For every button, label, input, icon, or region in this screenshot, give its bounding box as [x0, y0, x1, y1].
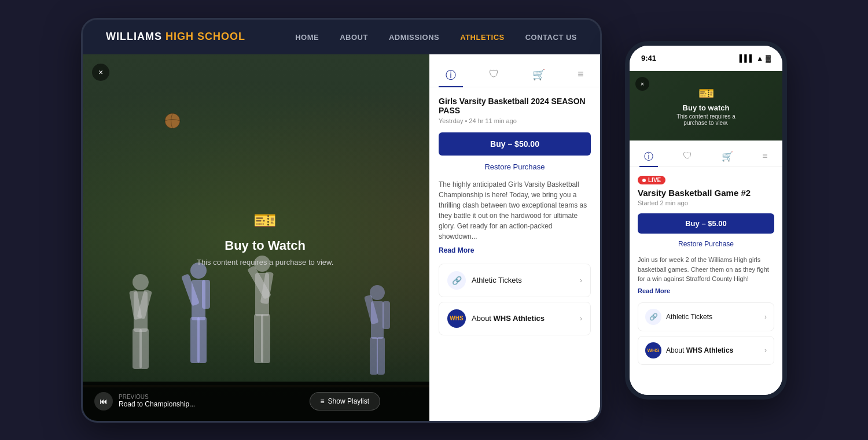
phone-hero: × 🎫 Buy to watch This content requires a…	[630, 71, 782, 140]
live-dot	[642, 179, 646, 182]
svg-rect-22	[370, 337, 378, 375]
panel-tabs: ⓘ 🛡 🛒 ≡	[429, 54, 600, 87]
svg-rect-5	[139, 328, 149, 369]
phone-link-left-2: WHS About WHS Athletics	[645, 342, 733, 358]
phone-close-button[interactable]: ×	[635, 77, 649, 91]
status-time: 9:41	[641, 54, 656, 62]
tab-cart[interactable]: 🛒	[525, 64, 552, 87]
logo: WILLIAMS HIGH SCHOOL	[106, 31, 245, 43]
event-description: The highly anticipated Girls Varsity Bas…	[439, 179, 591, 242]
basketball	[164, 112, 181, 132]
phone-link-left: 🔗 Athletic Tickets	[645, 309, 712, 325]
chevron-right-icon-2: ›	[580, 315, 582, 323]
phone-chevron-icon: ›	[764, 313, 767, 321]
phone-chain-icon: 🔗	[645, 309, 661, 325]
status-icons: ▌▌▌ ▲ ▓	[740, 54, 771, 62]
svg-point-24	[165, 113, 180, 128]
svg-rect-21	[382, 301, 390, 329]
logo-text-gold: HIGH SCHOOL	[165, 31, 245, 42]
whs-label: About WHS Athletics	[472, 314, 545, 323]
link-item-left: 🔗 Athletic Tickets	[447, 271, 522, 290]
phone-event-title: Varsity Basketball Game #2	[638, 188, 774, 198]
nav-admissions[interactable]: ADMISSIONS	[389, 33, 439, 42]
prev-title: Road to Championship...	[119, 400, 195, 408]
phone-panel-tabs: ⓘ 🛡 🛒 ≡	[630, 140, 782, 167]
tablet-device: WILLIAMS HIGH SCHOOL HOME ABOUT ADMISSIO…	[81, 18, 602, 423]
chevron-right-icon: ›	[580, 276, 582, 284]
phone-device: 9:41 ▌▌▌ ▲ ▓ × 🎫 Buy to watch This conte…	[625, 41, 787, 400]
athletic-tickets-link[interactable]: 🔗 Athletic Tickets ›	[439, 264, 591, 297]
phone-buy-button[interactable]: Buy – $5.00	[638, 213, 774, 234]
buy-to-watch-title: Buy to Watch	[197, 238, 333, 253]
player-silhouette-3	[239, 253, 285, 386]
playlist-icon: ≡	[321, 397, 325, 405]
buy-button[interactable]: Buy – $50.00	[439, 132, 591, 156]
nav-links: HOME ABOUT ADMISSIONS ATHLETICS CONTACT …	[295, 32, 577, 42]
ticket-icon: 🎫	[197, 209, 333, 231]
tab-list[interactable]: ≡	[571, 64, 591, 87]
navbar: WILLIAMS HIGH SCHOOL HOME ABOUT ADMISSIO…	[83, 20, 600, 54]
logo-text-white: WILLIAMS	[106, 31, 162, 42]
phone-panel: ⓘ 🛡 🛒 ≡ LIVE Varsity Basketball Game #2 …	[630, 140, 782, 395]
close-button[interactable]: ×	[92, 64, 109, 81]
prev-label: PREVIOUS	[119, 394, 195, 400]
read-more-link[interactable]: Read More	[439, 246, 591, 254]
whs-athletics-link[interactable]: WHS About WHS Athletics ›	[439, 302, 591, 335]
phone-ticket-icon: 🎫	[698, 86, 714, 100]
phone-tab-cart[interactable]: 🛒	[717, 147, 738, 167]
athletic-tickets-label: Athletic Tickets	[472, 276, 522, 284]
phone-tab-shield[interactable]: 🛡	[678, 147, 697, 167]
player-silhouette-2	[175, 259, 222, 386]
playlist-button[interactable]: ≡ Show Playlist	[310, 392, 380, 411]
svg-rect-9	[202, 280, 210, 309]
player-prev: ⏮ PREVIOUS Road to Championship...	[94, 392, 195, 411]
event-title: Girls Varsity Basketball 2024 SEASON PAS…	[439, 97, 591, 115]
phone-buy-overlay: 🎫 Buy to watch This content requires a p…	[668, 86, 744, 125]
phone-athletic-tickets-link[interactable]: 🔗 Athletic Tickets ›	[638, 302, 774, 331]
phone-status-bar: 9:41 ▌▌▌ ▲ ▓	[630, 46, 782, 71]
tab-shield[interactable]: 🛡	[482, 64, 506, 87]
buy-to-watch-overlay: 🎫 Buy to Watch This content requires a p…	[197, 209, 333, 266]
phone-inner: × 🎫 Buy to watch This content requires a…	[630, 71, 782, 395]
signal-icon: ▌▌▌	[740, 54, 755, 62]
svg-rect-17	[261, 314, 270, 363]
player-silhouette-4	[357, 282, 398, 386]
nav-about[interactable]: ABOUT	[340, 33, 368, 42]
phone-panel-body: LIVE Varsity Basketball Game #2 Started …	[630, 167, 782, 376]
whs-icon: WHS	[447, 309, 466, 328]
phone-read-more-link[interactable]: Read More	[638, 287, 774, 294]
phone-tab-list[interactable]: ≡	[757, 147, 772, 167]
live-badge: LIVE	[638, 176, 665, 184]
phone-chevron-icon-2: ›	[764, 346, 767, 354]
svg-point-0	[133, 274, 149, 290]
svg-rect-23	[377, 337, 385, 375]
phone-whs-link[interactable]: WHS About WHS Athletics ›	[638, 336, 774, 365]
info-panel: ⓘ 🛡 🛒 ≡ Girls Varsity Basketball 2024 SE…	[429, 54, 600, 421]
phone-restore-purchase-button[interactable]: Restore Purchase	[638, 240, 774, 248]
battery-icon: ▓	[766, 54, 771, 62]
restore-purchase-button[interactable]: Restore Purchase	[439, 162, 591, 171]
phone-buy-note: This content requires a purchase to view…	[668, 113, 744, 125]
phone-description: Join us for week 2 of the Williams High …	[638, 255, 774, 284]
live-label: LIVE	[648, 177, 661, 183]
phone-event-meta: Started 2 min ago	[638, 199, 774, 206]
nav-contact[interactable]: CONTACT US	[525, 33, 577, 42]
tab-info[interactable]: ⓘ	[439, 64, 463, 87]
player-silhouette-1	[117, 271, 164, 386]
event-meta: Yestrday • 24 hr 11 min ago	[439, 117, 591, 124]
link-item-left-2: WHS About WHS Athletics	[447, 309, 545, 328]
phone-tab-info[interactable]: ⓘ	[639, 147, 658, 167]
prev-button[interactable]: ⏮	[94, 392, 113, 411]
phone-whs-icon: WHS	[645, 342, 661, 358]
nav-athletics[interactable]: ATHLETICS	[460, 33, 504, 42]
phone-whs-label: About WHS Athletics	[666, 346, 733, 354]
nav-home[interactable]: HOME	[295, 33, 319, 42]
phone-athletic-tickets-label: Athletic Tickets	[666, 313, 712, 321]
buy-to-watch-note: This content requires a purchase to view…	[197, 257, 333, 266]
phone-buy-title: Buy to watch	[668, 103, 744, 112]
chain-icon: 🔗	[447, 271, 466, 290]
svg-rect-11	[197, 317, 207, 363]
panel-content: Girls Varsity Basketball 2024 SEASON PAS…	[429, 87, 600, 421]
wifi-icon: ▲	[756, 54, 763, 62]
playlist-label: Show Playlist	[328, 397, 369, 405]
